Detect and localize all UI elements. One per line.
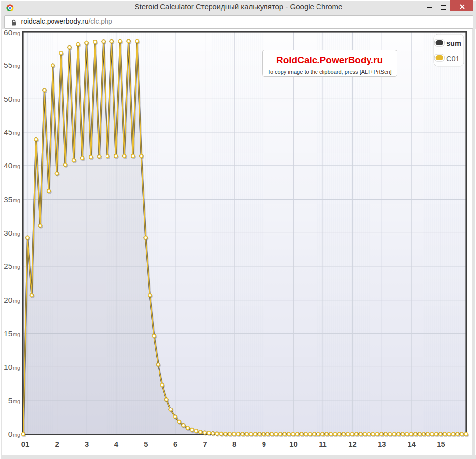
svg-text:mg: mg <box>13 63 20 69</box>
svg-text:C01: C01 <box>446 55 460 63</box>
svg-text:sum: sum <box>446 39 461 47</box>
svg-text:mg: mg <box>13 331 20 337</box>
svg-text:mg: mg <box>13 97 20 102</box>
svg-text:01: 01 <box>21 440 29 448</box>
svg-text:10: 10 <box>4 363 13 371</box>
svg-text:45: 45 <box>4 128 12 136</box>
svg-text:2: 2 <box>55 440 59 448</box>
svg-text:10: 10 <box>289 440 297 448</box>
svg-text:50: 50 <box>4 95 13 103</box>
svg-text:mg: mg <box>13 264 20 270</box>
svg-text:RoidCalc.PowerBody.ru: RoidCalc.PowerBody.ru <box>276 55 383 65</box>
svg-text:0: 0 <box>8 430 13 438</box>
svg-text:mg: mg <box>13 30 20 36</box>
svg-text:30: 30 <box>4 229 13 237</box>
svg-text:mg: mg <box>13 298 20 304</box>
svg-text:25: 25 <box>4 262 12 270</box>
svg-text:13: 13 <box>378 440 386 448</box>
svg-text:mg: mg <box>13 163 20 169</box>
svg-text:mg: mg <box>13 365 20 371</box>
svg-text:20: 20 <box>4 296 13 304</box>
svg-text:55: 55 <box>4 61 12 69</box>
svg-text:mg: mg <box>13 398 20 404</box>
svg-text:4: 4 <box>114 440 119 448</box>
svg-text:6: 6 <box>173 440 177 448</box>
svg-text:7: 7 <box>203 440 207 448</box>
svg-text:14: 14 <box>408 440 416 448</box>
svg-text:5: 5 <box>144 440 148 448</box>
svg-text:60: 60 <box>4 28 13 37</box>
svg-text:12: 12 <box>348 440 356 448</box>
svg-text:mg: mg <box>13 130 20 136</box>
svg-text:9: 9 <box>262 440 266 448</box>
svg-text:15: 15 <box>4 329 12 338</box>
svg-text:mg: mg <box>13 432 20 438</box>
svg-text:40: 40 <box>4 161 13 170</box>
svg-text:8: 8 <box>232 440 236 448</box>
svg-text:To copy image to the clipboard: To copy image to the clipboard, press [A… <box>267 69 391 75</box>
svg-text:5: 5 <box>8 396 13 405</box>
svg-text:11: 11 <box>319 440 327 448</box>
svg-text:mg: mg <box>13 197 20 203</box>
svg-text:35: 35 <box>4 195 12 204</box>
svg-text:3: 3 <box>85 440 89 448</box>
svg-text:mg: mg <box>13 231 20 237</box>
svg-text:15: 15 <box>437 440 445 448</box>
